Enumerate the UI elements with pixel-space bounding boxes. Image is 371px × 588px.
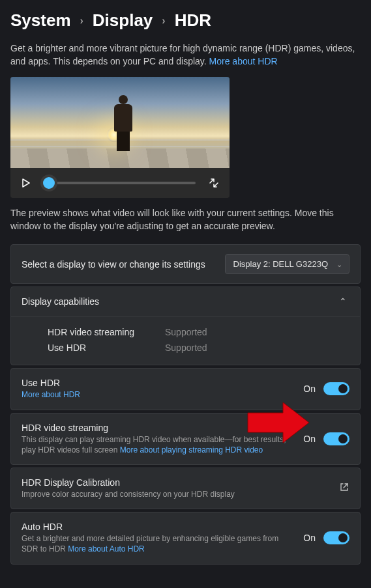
- capability-label: HDR video streaming: [48, 327, 145, 337]
- hdr-calibration-title: HDR Display Calibration: [22, 477, 331, 488]
- display-capabilities-body: HDR video streaming Supported Use HDR Su…: [11, 316, 360, 365]
- select-display-card: Select a display to view or change its s…: [10, 244, 361, 284]
- use-hdr-title: Use HDR: [22, 378, 295, 388]
- auto-hdr-state: On: [303, 533, 316, 543]
- video-preview: [10, 77, 230, 198]
- more-about-hdr-link[interactable]: More about HDR: [209, 56, 278, 66]
- display-dropdown-value: Display 2: DELL G3223Q: [233, 259, 328, 269]
- hdr-video-streaming-card: HDR video streaming This display can pla…: [10, 413, 361, 465]
- hdr-calibration-card[interactable]: HDR Display Calibration Improve color ac…: [10, 468, 361, 509]
- video-seek-slider[interactable]: [44, 182, 196, 184]
- auto-hdr-toggle[interactable]: [323, 531, 349, 544]
- capability-row: Use HDR Supported: [48, 340, 349, 356]
- open-external-icon[interactable]: [339, 482, 349, 495]
- hdr-streaming-title: HDR video streaming: [22, 423, 295, 433]
- hdr-streaming-toggle[interactable]: [323, 432, 349, 445]
- chevron-right-icon: ›: [162, 15, 165, 27]
- display-capabilities-header[interactable]: Display capabilities ⌃: [11, 287, 360, 316]
- auto-hdr-card: Auto HDR Get a brighter and more detaile…: [10, 512, 361, 564]
- hdr-streaming-state: On: [303, 434, 316, 444]
- capability-label: Use HDR: [48, 343, 145, 353]
- play-icon[interactable]: [18, 175, 34, 191]
- chevron-right-icon: ›: [80, 15, 83, 27]
- capability-value: Supported: [165, 343, 207, 353]
- fullscreen-icon[interactable]: [206, 175, 222, 191]
- use-hdr-toggle[interactable]: [323, 382, 349, 395]
- use-hdr-state: On: [303, 384, 316, 394]
- breadcrumb-hdr: HDR: [175, 10, 211, 31]
- capability-value: Supported: [165, 327, 207, 337]
- hdr-streaming-link[interactable]: More about playing streaming HDR video: [120, 445, 263, 455]
- capability-row: HDR video streaming Supported: [48, 324, 349, 340]
- display-dropdown[interactable]: Display 2: DELL G3223Q ⌄: [225, 254, 349, 274]
- intro-text: Get a brighter and more vibrant picture …: [10, 42, 361, 68]
- chevron-up-icon[interactable]: ⌃: [336, 296, 349, 307]
- auto-hdr-sub: Get a brighter and more detailed picture…: [22, 533, 295, 554]
- video-controls: [10, 168, 230, 198]
- use-hdr-link[interactable]: More about HDR: [22, 390, 80, 399]
- chevron-down-icon: ⌄: [336, 260, 342, 268]
- preview-caption: The preview shows what video will look l…: [10, 207, 361, 232]
- breadcrumb-system[interactable]: System: [10, 10, 71, 31]
- hdr-calibration-sub: Improve color accuracy and consistency o…: [22, 489, 331, 499]
- hdr-streaming-sub: This display can play streaming HDR vide…: [22, 434, 295, 455]
- display-capabilities-card: Display capabilities ⌃ HDR video streami…: [10, 287, 361, 365]
- select-display-label: Select a display to view or change its s…: [22, 259, 217, 270]
- breadcrumb-display[interactable]: Display: [93, 10, 153, 31]
- auto-hdr-link[interactable]: More about Auto HDR: [68, 544, 144, 553]
- auto-hdr-title: Auto HDR: [22, 522, 295, 532]
- preview-image: [10, 77, 230, 168]
- display-capabilities-title: Display capabilities: [22, 296, 329, 307]
- use-hdr-card: Use HDR More about HDR On: [10, 368, 361, 410]
- breadcrumb: System › Display › HDR: [10, 10, 361, 31]
